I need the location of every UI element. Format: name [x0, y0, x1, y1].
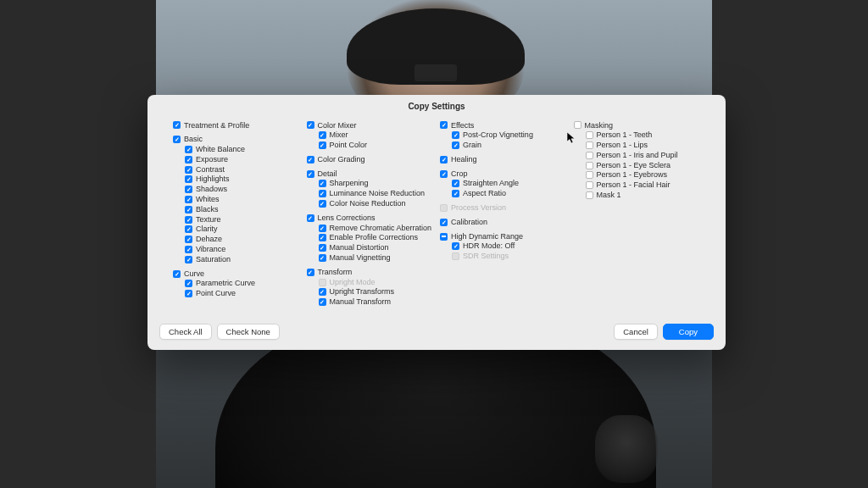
checkbox-person-1-eye-sclera[interactable]	[586, 162, 593, 169]
option-person-1-facial-hair[interactable]: Person 1 - Facial Hair	[574, 180, 701, 191]
option-basic[interactable]: Basic	[173, 135, 300, 145]
checkbox-crop[interactable]	[440, 170, 448, 178]
option-person-1-eyebrows[interactable]: Person 1 - Eyebrows	[574, 170, 701, 180]
option-mixer[interactable]: Mixer	[307, 130, 434, 141]
option-detail[interactable]: Detail	[307, 169, 434, 179]
checkbox-highlights[interactable]	[185, 175, 192, 183]
checkbox-blacks[interactable]	[185, 206, 192, 214]
option-blacks[interactable]: Blacks	[173, 204, 300, 214]
option-white-balance[interactable]: White Balance	[173, 145, 300, 155]
option-sharpening[interactable]: Sharpening	[307, 179, 434, 189]
checkbox-masking[interactable]	[574, 121, 581, 129]
option-manual-distortion[interactable]: Manual Distortion	[307, 243, 434, 253]
checkbox-shadows[interactable]	[185, 186, 192, 193]
checkbox-post-crop-vignetting[interactable]	[452, 131, 459, 139]
checkbox-upright-transforms[interactable]	[319, 288, 326, 296]
checkbox-exposure[interactable]	[185, 156, 192, 164]
checkbox-remove-chromatic-aberration[interactable]	[319, 225, 326, 232]
checkbox-luminance-noise-reduction[interactable]	[319, 190, 326, 197]
option-luminance-noise-reduction[interactable]: Luminance Noise Reduction	[307, 189, 434, 199]
checkbox-person-1-facial-hair[interactable]	[586, 181, 593, 189]
option-healing[interactable]: Healing	[440, 154, 567, 164]
option-contrast[interactable]: Contrast	[173, 164, 300, 175]
option-remove-chromatic-aberration[interactable]: Remove Chromatic Aberration	[307, 223, 434, 233]
checkbox-person-1-teeth[interactable]	[586, 131, 593, 139]
checkbox-enable-profile-corrections[interactable]	[319, 234, 326, 241]
checkbox-point-curve[interactable]	[185, 290, 192, 297]
option-calibration[interactable]: Calibration	[440, 217, 567, 227]
checkbox-white-balance[interactable]	[185, 146, 192, 153]
checkbox-effects[interactable]	[440, 121, 448, 129]
checkbox-dehaze[interactable]	[185, 236, 192, 243]
checkbox-person-1-lips[interactable]	[586, 141, 593, 149]
checkbox-hdr-mode-off[interactable]	[452, 242, 459, 250]
option-parametric-curve[interactable]: Parametric Curve	[173, 279, 300, 289]
checkbox-high-dynamic-range[interactable]	[440, 233, 448, 241]
option-transform[interactable]: Transform	[307, 267, 434, 277]
option-upright-transforms[interactable]: Upright Transforms	[307, 287, 434, 297]
option-highlights[interactable]: Highlights	[173, 175, 300, 185]
option-lens-corrections[interactable]: Lens Corrections	[307, 213, 434, 223]
checkbox-color-mixer[interactable]	[307, 121, 314, 129]
option-aspect-ratio[interactable]: Aspect Ratio	[440, 189, 567, 199]
option-post-crop-vignetting[interactable]: Post-Crop Vignetting	[440, 130, 567, 141]
checkbox-grain[interactable]	[452, 141, 459, 149]
option-texture[interactable]: Texture	[173, 214, 300, 225]
option-mask-1[interactable]: Mask 1	[574, 191, 701, 201]
checkbox-person-1-eyebrows[interactable]	[586, 171, 593, 179]
checkbox-parametric-curve[interactable]	[185, 280, 192, 287]
checkbox-treatment-profile[interactable]	[173, 121, 181, 129]
option-person-1-teeth[interactable]: Person 1 - Teeth	[574, 130, 701, 141]
checkbox-color-grading[interactable]	[307, 156, 314, 164]
option-point-color[interactable]: Point Color	[307, 141, 434, 151]
option-high-dynamic-range[interactable]: High Dynamic Range	[440, 231, 567, 241]
option-effects[interactable]: Effects	[440, 120, 567, 130]
checkbox-mixer[interactable]	[319, 131, 326, 139]
checkbox-point-color[interactable]	[319, 141, 326, 149]
checkbox-mask-1[interactable]	[586, 191, 593, 199]
checkbox-contrast[interactable]	[185, 166, 192, 174]
option-color-mixer[interactable]: Color Mixer	[307, 120, 434, 130]
option-manual-transform[interactable]: Manual Transform	[307, 297, 434, 308]
option-color-grading[interactable]: Color Grading	[307, 154, 434, 164]
checkbox-manual-vignetting[interactable]	[319, 254, 326, 262]
copy-button[interactable]: Copy	[663, 324, 714, 340]
checkbox-sharpening[interactable]	[319, 180, 326, 187]
checkbox-saturation[interactable]	[185, 256, 192, 263]
checkbox-color-noise-reduction[interactable]	[319, 200, 326, 208]
checkbox-calibration[interactable]	[440, 219, 448, 226]
option-shadows[interactable]: Shadows	[173, 185, 300, 195]
checkbox-lens-corrections[interactable]	[307, 214, 314, 222]
checkbox-curve[interactable]	[173, 270, 181, 278]
option-vibrance[interactable]: Vibrance	[173, 245, 300, 255]
option-curve[interactable]: Curve	[173, 269, 300, 279]
checkbox-texture[interactable]	[185, 216, 192, 224]
checkbox-manual-distortion[interactable]	[319, 244, 326, 252]
option-point-curve[interactable]: Point Curve	[173, 289, 300, 299]
option-saturation[interactable]: Saturation	[173, 254, 300, 264]
option-hdr-mode-off[interactable]: HDR Mode: Off	[440, 241, 567, 252]
cancel-button[interactable]: Cancel	[614, 324, 658, 340]
checkbox-whites[interactable]	[185, 196, 192, 203]
checkbox-straighten-angle[interactable]	[452, 180, 459, 187]
option-clarity[interactable]: Clarity	[173, 225, 300, 235]
checkbox-clarity[interactable]	[185, 225, 192, 233]
checkbox-detail[interactable]	[307, 170, 314, 178]
checkbox-person-1-iris-and-pupil[interactable]	[586, 152, 593, 159]
checkbox-basic[interactable]	[173, 136, 181, 143]
checkbox-transform[interactable]	[307, 269, 314, 276]
check-none-button[interactable]: Check None	[217, 324, 280, 340]
option-whites[interactable]: Whites	[173, 195, 300, 205]
option-masking[interactable]: Masking	[574, 120, 701, 130]
option-person-1-eye-sclera[interactable]: Person 1 - Eye Sclera	[574, 160, 701, 170]
option-enable-profile-corrections[interactable]: Enable Profile Corrections	[307, 233, 434, 243]
option-crop[interactable]: Crop	[440, 169, 567, 179]
checkbox-healing[interactable]	[440, 156, 448, 164]
option-person-1-iris-and-pupil[interactable]: Person 1 - Iris and Pupil	[574, 150, 701, 160]
option-manual-vignetting[interactable]: Manual Vignetting	[307, 253, 434, 263]
option-color-noise-reduction[interactable]: Color Noise Reduction	[307, 199, 434, 209]
option-grain[interactable]: Grain	[440, 141, 567, 151]
option-exposure[interactable]: Exposure	[173, 154, 300, 164]
checkbox-aspect-ratio[interactable]	[452, 190, 459, 197]
option-straighten-angle[interactable]: Straighten Angle	[440, 179, 567, 189]
